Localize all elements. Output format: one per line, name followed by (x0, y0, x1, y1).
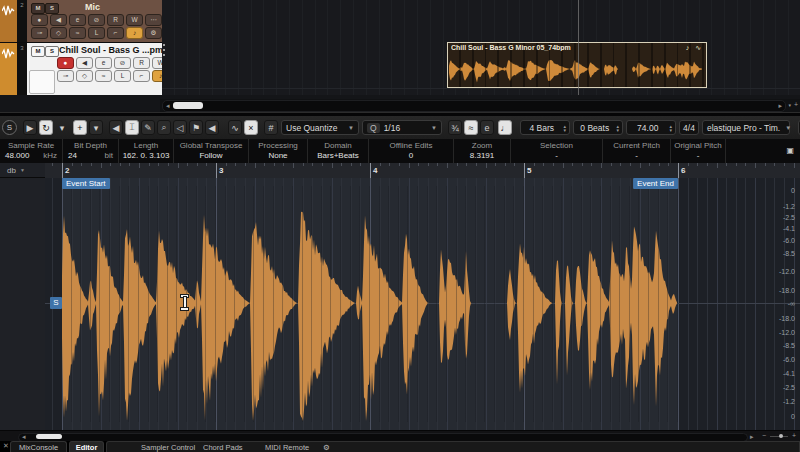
snap-zero-crossing-icon[interactable]: ∿ (228, 120, 242, 135)
algorithm-dropdown[interactable]: elastique Pro - Tim.▼ (702, 120, 790, 135)
direct-routing-button[interactable]: ◇ (76, 70, 93, 82)
iterative-quantize-toggle-icon[interactable]: e (480, 120, 494, 135)
scroll-tool-icon[interactable]: + (73, 120, 87, 135)
loop-dropdown-icon[interactable]: ▾ (55, 120, 69, 135)
track-header-3[interactable]: 3MSChill Soul - Bass G ...pm●◀e⊘RW⋯⊸◇≈L⌐… (0, 43, 162, 95)
write-automation-button[interactable]: W (126, 14, 143, 26)
arrangement-area[interactable]: Chill Soul - Bass G Minor 05_74bpm ♪ ∿ (162, 0, 800, 95)
track-settings-button[interactable]: ⚙ (145, 27, 162, 39)
info-field-offline-edits[interactable]: Offline Edits0 (369, 139, 454, 163)
info-field-bit-depth[interactable]: Bit Depth24bit (63, 139, 119, 163)
zoom-tool-icon[interactable]: ⌕ (157, 120, 171, 135)
project-hscrollbar[interactable]: ◂ ▸ ▾ + (160, 99, 800, 112)
play-tool-icon[interactable]: ▶ (23, 120, 37, 135)
waveform-display[interactable]: 0-1.2-2.5-4.1-6.0-8.5-12.0-18.0-∞-18.0-1… (0, 178, 800, 430)
no-insert-button[interactable]: ⊘ (114, 57, 131, 69)
tracklist-resize-handle[interactable] (162, 44, 165, 58)
lanes-button[interactable]: ⌐ (107, 27, 124, 39)
sends-button[interactable]: ≈ (95, 70, 112, 82)
quantize-preset-dropdown[interactable]: Q1/16▼ (362, 120, 442, 135)
scrub-tool-icon[interactable]: ◁ (173, 120, 187, 135)
zoom-out-icon[interactable]: − (762, 432, 766, 439)
tab-chord-pads[interactable]: Chord Pads (203, 442, 243, 452)
scrollbar-thumb[interactable] (36, 434, 62, 439)
use-quantize-dropdown[interactable]: Use Quantize▼ (281, 120, 359, 135)
lock-button[interactable]: L (88, 27, 105, 39)
edit-channel-button[interactable]: e (95, 57, 112, 69)
range-tool-icon[interactable]: ⌶ (125, 120, 139, 135)
direct-routing-button[interactable]: ◇ (50, 27, 67, 39)
scroll-right-icon[interactable]: ▸ (778, 101, 782, 110)
read-automation-button[interactable]: R (133, 57, 150, 69)
tab-midi-remote[interactable]: MIDI Remote (265, 442, 309, 452)
stepper-arrows-icon[interactable]: ▴▾ (563, 124, 566, 132)
play-marker-tool-icon[interactable]: ⚑ (189, 120, 203, 135)
record-button[interactable]: ● (57, 57, 74, 69)
lanes-button[interactable]: ⌐ (133, 70, 150, 82)
swing-toggle-icon[interactable]: ≈ (464, 120, 478, 135)
edit-channel-button[interactable]: e (69, 14, 86, 26)
mute-button[interactable]: M (31, 46, 45, 57)
mute-button[interactable]: M (31, 3, 45, 14)
scroll-right-icon[interactable]: ▸ (750, 432, 754, 441)
zoom-in-icon[interactable]: + (792, 432, 796, 439)
audition-tool-icon[interactable]: ◀ (205, 120, 219, 135)
musical-mode-button[interactable]: ♪ (126, 27, 143, 39)
tab-sampler-control[interactable]: Sampler Control (141, 442, 195, 452)
stepper-arrows-icon[interactable]: ▴▾ (669, 124, 672, 132)
event-start-handle[interactable]: Event Start (62, 178, 110, 189)
info-field-global-transpose[interactable]: Global TransposeFollow (174, 139, 249, 163)
write-automation-button[interactable]: W (152, 57, 162, 69)
audition-loop-icon[interactable]: ↻ (39, 120, 53, 135)
tempo-stepper[interactable]: 74.00▴▾ (626, 120, 676, 135)
info-field-current-pitch[interactable]: Current Pitch- (603, 139, 671, 163)
no-insert-button[interactable]: ⊘ (88, 14, 105, 26)
pencil-tool-icon[interactable]: ✎ (141, 120, 155, 135)
level-scale-menu[interactable]: db ▼ (0, 163, 45, 178)
info-field-zoom[interactable]: Zoom8.3191 (454, 139, 511, 163)
scroll-left-icon[interactable]: ◂ (166, 101, 170, 110)
speaker-tool-icon[interactable]: ◀ (109, 120, 123, 135)
event-end-handle[interactable]: Event End (633, 178, 678, 189)
scrollbar-thumb[interactable] (173, 102, 203, 109)
corner-icon[interactable]: ▣ (786, 146, 794, 155)
offset-beats-stepper[interactable]: 0 Beats▴▾ (573, 120, 623, 135)
snap-point-marker[interactable]: S (50, 297, 62, 309)
info-field-length[interactable]: Length162. 0. 3.103 (119, 139, 174, 163)
solo-button[interactable]: S (45, 46, 59, 57)
time-signature-field[interactable]: 4/4 (679, 120, 699, 135)
output-button[interactable]: ⊸ (57, 70, 74, 82)
track-body[interactable]: MSMic●◀e⊘RW⋯⊸◇≈L⌐♪⚙ (27, 0, 162, 42)
record-button[interactable]: ● (31, 14, 48, 26)
sends-button[interactable]: ≈ (69, 27, 86, 39)
grid-toggle-icon[interactable]: # (264, 120, 278, 135)
length-bars-stepper[interactable]: 4 Bars▴▾ (520, 120, 570, 135)
solo-button[interactable]: S (45, 3, 59, 14)
zoom-plus-icon[interactable]: + (794, 101, 798, 108)
zoom-slider-knob[interactable] (779, 434, 783, 438)
triplet-toggle-icon[interactable]: ¾ (448, 120, 462, 135)
monitor-button[interactable]: ◀ (50, 14, 67, 26)
tool-dropdown-icon[interactable]: ▾ (89, 120, 103, 135)
timeline-ruler[interactable]: 23456 (45, 163, 800, 179)
close-icon[interactable]: ✕ (3, 442, 9, 450)
info-field-original-pitch[interactable]: Original Pitch- (671, 139, 726, 163)
tab-editor[interactable]: Editor (69, 441, 104, 452)
read-automation-button[interactable]: R (107, 14, 124, 26)
solo-editor-icon[interactable]: S (2, 120, 17, 135)
audio-event-clip[interactable]: Chill Soul - Bass G Minor 05_74bpm ♪ ∿ (447, 42, 707, 88)
more-button[interactable]: ⋯ (145, 14, 162, 26)
info-field-selection[interactable]: Selection- (511, 139, 603, 163)
musical-mode-toggle-icon[interactable]: ♩ (498, 120, 512, 135)
musical-mode-button[interactable]: ♪ (152, 70, 162, 82)
lock-button[interactable]: L (114, 70, 131, 82)
info-field-sample-rate[interactable]: Sample Rate48.000kHz (0, 139, 63, 163)
scroll-left-icon[interactable]: ◂ (22, 432, 26, 441)
info-field-domain[interactable]: DomainBars+Beats (308, 139, 369, 163)
tab-mixconsole[interactable]: MixConsole (10, 441, 67, 452)
track-body[interactable]: MSChill Soul - Bass G ...pm●◀e⊘RW⋯⊸◇≈L⌐♪… (27, 43, 162, 95)
track-header-2[interactable]: 2MSMic●◀e⊘RW⋯⊸◇≈L⌐♪⚙ (0, 0, 162, 42)
zoom-menu-caret-icon[interactable]: ▾ (788, 102, 791, 108)
info-field-processing[interactable]: ProcessingNone (249, 139, 308, 163)
monitor-button[interactable]: ◀ (76, 57, 93, 69)
